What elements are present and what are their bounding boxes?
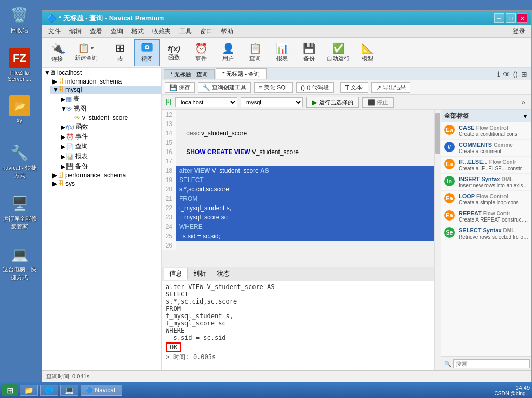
code-line-18[interactable]: 18alter VIEW V_student_score AS [162,166,434,175]
toolbar-model[interactable]: 📐 模型 [354,39,380,66]
toolbar-query[interactable]: 📋 查询 [242,39,268,66]
code-line-13[interactable]: 13 [162,119,434,129]
sidebar-item-sys[interactable]: ▶ 🗄 sys [50,180,161,188]
grid-icon[interactable]: ⊞ [521,70,527,78]
menu-view[interactable]: 查看 [86,26,107,37]
menu-window[interactable]: 窗口 [196,26,217,37]
bottom-panel-inner: 信息 剖析 状态 alter VIEW V_student_score AS S… [162,267,434,370]
computer-icon[interactable]: 💻 这台电脑 - 快捷方式 [0,242,39,283]
menu-file[interactable]: 文件 [44,26,65,37]
bracket-icon[interactable]: () [513,70,518,78]
menu-tools[interactable]: 工具 [175,26,196,37]
code-line-12[interactable]: 12 [162,110,434,119]
taskbar-item-1[interactable]: 📁 [20,385,38,396]
taskbar-navicat[interactable]: 🔷 Navicat [81,385,122,396]
navicat-icon[interactable]: 🔧 navicat - 快捷方式 [0,140,39,182]
search-input[interactable] [453,359,530,368]
snippet-item-select-syntax[interactable]: Se SELECT Syntax DML Retrieve rows selec… [441,225,531,242]
toolbar-view[interactable]: 视图 [134,39,160,66]
right-panel-title: 全部标签 [444,112,469,120]
bottom-tab-info[interactable]: 信息 [164,268,188,280]
save-button[interactable]: 💾 保存 [165,82,195,93]
taskbar-item-2[interactable]: 🌐 [40,385,58,396]
toolbar-connect[interactable]: 🔌 + 连接 [44,39,70,66]
db-connect-icon: 🗄 [165,98,172,106]
bottom-tab-profile[interactable]: 剖析 [188,268,211,280]
toolbar-event[interactable]: ⏰ 事件 [188,39,214,66]
export-result-button[interactable]: ↗ 导出结果 [371,82,410,93]
start-button[interactable]: ⊞ [2,384,18,396]
info-icon[interactable]: ℹ [497,70,500,78]
sidebar-item-tables[interactable]: ▶ ▦ 表 [59,94,161,104]
eye-icon[interactable]: 👁 [503,70,510,78]
code-line-24[interactable]: 24WHERE [162,222,434,231]
code-line-15[interactable]: 15 [162,138,434,147]
sidebar-item-perf-schema[interactable]: ▶ 🗄 performance_schema [50,171,161,180]
toolbar-autorun[interactable]: ✅ 自动运行 [323,39,353,66]
bottom-scrollbar[interactable] [434,267,441,370]
code-line-21[interactable]: 21FROM [162,194,434,203]
beautify-sql-button[interactable]: ≡ 美化 SQL [254,82,293,93]
sidebar-item-localhost[interactable]: ▼ 🖥 localhost [42,68,161,77]
toolbar-report[interactable]: 📊 报表 [269,39,295,66]
sidebar-item-v-student-score[interactable]: ▶ 👁 v_student_score [67,114,161,122]
close-button[interactable]: ✕ [517,13,527,23]
code-line-17[interactable]: 17 [162,157,434,166]
code-line-16[interactable]: 16 SHOW CREATE VIEW V_student_score [162,147,434,157]
toolbar-user[interactable]: 👤 用户 [215,39,241,66]
code-line-25[interactable]: 25 s.sid = sc.sid; [162,231,434,241]
recycle-bin-icon[interactable]: 🗑️ 回收站 [7,3,32,36]
expand-button[interactable]: » [518,97,528,107]
snippet-item-loop[interactable]: Ea LOOP Flow Control Create a simple loo… [441,191,531,208]
sidebar-item-mysql[interactable]: ▼ 🗄 mysql [50,86,161,94]
snippet-item-case[interactable]: Ea CASE Flow Control Create a conditiona… [441,122,531,140]
code-line-23[interactable]: 23t_mysql_score sc [162,213,434,222]
maximize-button[interactable]: □ [506,13,516,23]
menu-edit[interactable]: 编辑 [65,26,86,37]
menu-query[interactable]: 查询 [107,26,127,37]
snippet-item-repeat[interactable]: Ea REPEAT Flow Contr Create A REPEAT con… [441,208,531,225]
tab-1[interactable]: * 无标题 - 查询 [164,69,215,79]
code-line-20[interactable]: 20s.*,sc.cid,sc.score [162,185,434,194]
editor-scrollbar[interactable] [434,110,441,267]
run-selected-button[interactable]: ▶ 运行已选择的 [306,97,359,108]
stop-button[interactable]: ⬛ 停止 [362,97,394,108]
toolbar-backup[interactable]: 💾 备份 [296,39,322,66]
sidebar-item-reports[interactable]: ▶ 📊 报表 [59,152,161,161]
sidebar-item-functions[interactable]: ▶ f(x) 函数 [59,122,161,132]
snippet-item-insert-syntax[interactable]: In INSERT Syntax DML Insert new rows int… [441,174,531,191]
code-line-19[interactable]: 19SELECT [162,175,434,185]
sidebar-item-backups[interactable]: ▶ 💾 备份 [59,161,161,171]
menu-favorites[interactable]: 收藏夹 [148,26,175,37]
code-line-26[interactable]: 26 [162,241,434,250]
sidebar-item-events[interactable]: ▶ ⏰ 事件 [59,132,161,142]
code-line-14[interactable]: 14 desc v_student_score [162,129,434,138]
code-editor[interactable]: 121314 desc v_student_score1516 SHOW CRE… [162,110,434,267]
snippet-item-if...else...[interactable]: Ea IF...ELSE... Flow Contr Create a IF..… [441,157,531,174]
build-query-button[interactable]: 🔧 查询创建工具 [198,82,251,93]
autorun-manager-icon[interactable]: 🖥️ 运行库全能修复管家 [0,191,39,232]
menu-help[interactable]: 帮助 [217,26,237,37]
minimize-button[interactable]: ─ [494,13,504,23]
toolbar-function[interactable]: f(x) 函数 [161,39,187,66]
menu-format[interactable]: 格式 [127,26,148,37]
code-line-22[interactable]: 22t_mysql_student s, [162,203,434,213]
sidebar-item-queries[interactable]: ▶ 📄 查询 [59,142,161,152]
taskbar-item-3[interactable]: 💻 [60,385,78,396]
toolbar-new-query[interactable]: 📋 ▼ 新建查询 [71,39,101,66]
xy-icon[interactable]: 📂 xy [7,93,32,126]
database-select[interactable]: mysql [241,97,303,107]
sidebar-item-views[interactable]: ▼ 👁 视图 [59,104,161,114]
filezilla-icon[interactable]: FZ FileZillaServer ... [6,46,33,84]
bottom-tab-status[interactable]: 状态 [211,268,235,280]
host-select[interactable]: localhost [175,97,237,107]
toolbar-table[interactable]: ⊞ 表 [107,39,133,66]
code-segment-button[interactable]: () () 代码段 [296,82,334,93]
snippet-item-comments[interactable]: // COMMENTS Comme Create a comment [441,140,531,157]
menu-login[interactable]: 登录 [509,26,529,37]
line-content: s.sid = sc.sid; [176,231,434,241]
right-panel-arrow[interactable]: ▼ [522,113,528,120]
text-button[interactable]: T 文本· [340,82,368,93]
sidebar-item-info-schema[interactable]: ▶ 🗄 information_schema [50,77,161,86]
tab-2[interactable]: * 无标题 - 查询 [216,68,267,79]
